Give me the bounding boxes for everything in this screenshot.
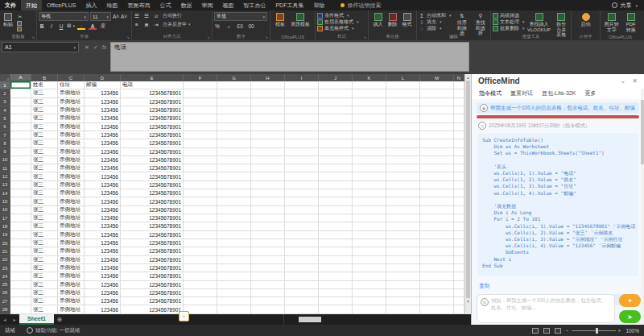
cell-J14[interactable] [319, 189, 353, 197]
cell-L10[interactable] [386, 156, 420, 164]
cell-F19[interactable] [184, 231, 217, 239]
cell-J19[interactable] [319, 231, 353, 239]
cell-D26[interactable]: 123456 [85, 289, 121, 297]
cell-C10[interactable]: 示例地址 [58, 156, 85, 164]
row-header-20[interactable]: 20 [0, 239, 10, 247]
cell-D19[interactable]: 123456 [85, 231, 121, 239]
share-button[interactable]: 共享 ▾ [612, 0, 644, 10]
cell-M20[interactable] [420, 239, 454, 247]
cell-N14[interactable] [454, 189, 464, 197]
cell-A22[interactable] [10, 256, 31, 264]
column-header-F[interactable]: F [184, 74, 217, 81]
row-header-28[interactable]: 28 [0, 305, 10, 313]
column-header-B[interactable]: B [31, 74, 58, 81]
cell-G6[interactable] [217, 123, 251, 131]
cell-M24[interactable] [420, 272, 454, 280]
cell-E16[interactable]: 12345678901 [121, 206, 184, 214]
row-header-5[interactable]: 5 [0, 114, 10, 122]
cell-D18[interactable]: 123456 [85, 222, 121, 230]
cell-I15[interactable] [285, 197, 319, 205]
cell-L24[interactable] [386, 272, 420, 280]
cell-H16[interactable] [251, 206, 285, 214]
cell-A13[interactable] [10, 181, 31, 189]
cell-D16[interactable]: 123456 [85, 206, 121, 214]
cell-B1[interactable]: 姓名 [31, 81, 58, 89]
cell-G27[interactable] [217, 297, 251, 305]
cell-C26[interactable]: 示例地址 [58, 289, 85, 297]
cell-L25[interactable] [386, 281, 420, 289]
increase-decimal-icon[interactable]: Ɛ0 [237, 23, 243, 29]
cell-J21[interactable] [319, 247, 353, 255]
cell-N27[interactable] [454, 297, 464, 305]
resume-template-button[interactable]: 简历模板 [289, 12, 312, 28]
cell-B3[interactable]: 张三 [31, 98, 58, 106]
cell-L2[interactable] [386, 89, 420, 97]
cell-L28[interactable] [386, 305, 420, 313]
cell-C11[interactable]: 示例地址 [58, 164, 85, 172]
cell-F22[interactable] [184, 256, 217, 264]
cell-D27[interactable]: 123456 [85, 297, 121, 305]
dialog-launcher-icon[interactable]: ↘ [363, 35, 366, 39]
cell-H13[interactable] [251, 181, 285, 189]
cell-B15[interactable]: 张三 [31, 197, 58, 205]
cell-I18[interactable] [285, 222, 319, 230]
cell-M13[interactable] [420, 181, 454, 189]
cell-G8[interactable] [217, 139, 251, 147]
cell-D9[interactable]: 123456 [85, 148, 121, 156]
cell-E6[interactable]: 12345678901 [121, 123, 184, 131]
column-header-N[interactable]: N [454, 74, 464, 81]
cell-N7[interactable] [454, 131, 464, 139]
cell-A19[interactable] [10, 231, 31, 239]
cell-N20[interactable] [454, 239, 464, 247]
grid-vertical-scrollbar[interactable]: ▲ ▼ [464, 74, 471, 314]
cell-I4[interactable] [285, 106, 319, 114]
cell-B20[interactable]: 张三 [31, 239, 58, 247]
cell-J3[interactable] [319, 98, 353, 106]
cell-E23[interactable]: 12345678901 [121, 264, 184, 272]
cell-L1[interactable] [386, 81, 420, 89]
cell-H5[interactable] [251, 114, 285, 122]
sheet-tab-sheet1[interactable]: Sheet1 [19, 314, 54, 325]
cell-H9[interactable] [251, 148, 285, 156]
cell-F25[interactable] [184, 281, 217, 289]
cell-F7[interactable] [184, 131, 217, 139]
ribbon-tab-11[interactable]: PDF工具集 [270, 0, 308, 10]
row-header-2[interactable]: 2 [0, 89, 10, 97]
cell-B7[interactable]: 张三 [31, 131, 58, 139]
cell-K15[interactable] [353, 197, 386, 205]
panel-scrollbar[interactable] [641, 89, 644, 325]
chat-input[interactable]: ◎ 例如：帮我生成一个100人的信息表格，包含电话、姓名、住址、邮编... [477, 294, 615, 323]
increase-font-icon[interactable]: A˄ [113, 14, 119, 20]
cell-A28[interactable] [10, 305, 31, 313]
cell-I1[interactable] [285, 81, 319, 89]
sheet-prev-icon[interactable]: ◂ [0, 314, 10, 325]
cell-F26[interactable] [184, 289, 217, 297]
cell-C24[interactable]: 示例地址 [58, 272, 85, 280]
cell-K7[interactable] [353, 131, 386, 139]
row-header-3[interactable]: 3 [0, 98, 10, 106]
cell-J23[interactable] [319, 264, 353, 272]
cell-C14[interactable]: 示例地址 [58, 189, 85, 197]
cell-L26[interactable] [386, 289, 420, 297]
cell-D25[interactable]: 123456 [85, 281, 121, 289]
cell-N18[interactable] [454, 222, 464, 230]
cell-E10[interactable]: 12345678901 [121, 156, 184, 164]
cell-N16[interactable] [454, 206, 464, 214]
font-name-select[interactable]: 等线▾ [39, 12, 89, 21]
cell-G16[interactable] [217, 206, 251, 214]
decrease-font-icon[interactable]: A˅ [121, 14, 127, 20]
row-header-23[interactable]: 23 [0, 264, 10, 272]
cell-B9[interactable]: 张三 [31, 148, 58, 156]
paste-button[interactable]: 粘贴 [2, 12, 14, 31]
cell-G3[interactable] [217, 98, 251, 106]
font-color-icon[interactable]: A [89, 23, 97, 29]
cell-F15[interactable] [184, 197, 217, 205]
cell-K11[interactable] [353, 164, 386, 172]
cell-N2[interactable] [454, 89, 464, 97]
cell-H18[interactable] [251, 222, 285, 230]
cell-H4[interactable] [251, 106, 285, 114]
cell-M26[interactable] [420, 289, 454, 297]
cell-B13[interactable]: 张三 [31, 181, 58, 189]
cell-D21[interactable]: 123456 [85, 247, 121, 255]
row-header-1[interactable]: 1 [0, 81, 10, 89]
